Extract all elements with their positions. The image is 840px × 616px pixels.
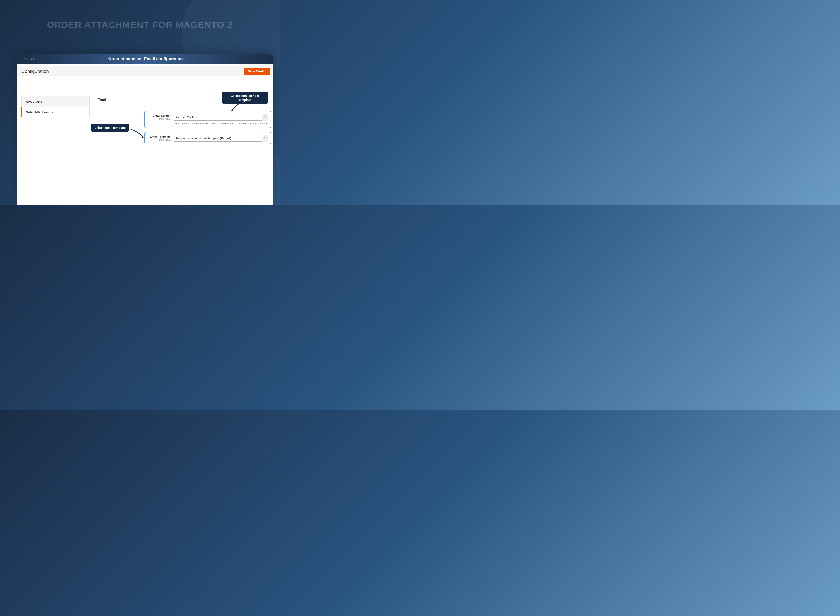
callout-sender: Select email sender template — [222, 92, 268, 104]
field-control-column: General Contact ▼ Email template is chos… — [174, 113, 268, 125]
sidebar-item-order-attachments[interactable]: Order Attachments — [21, 107, 90, 117]
callout-template: Select email template — [91, 123, 129, 132]
sidebar-section-label: MAGEANTS — [26, 100, 43, 103]
content-area: MAGEANTS ︿ Order Attachments Email Selec… — [18, 76, 273, 205]
titlebar-text: Order attachment Email configuration — [108, 56, 183, 61]
traffic-light-maximize[interactable] — [31, 57, 34, 60]
traffic-light-minimize[interactable] — [26, 57, 29, 60]
sidebar-section-mageants[interactable]: MAGEANTS ︿ — [21, 96, 90, 107]
browser-window: Order attachment Email configuration Con… — [18, 54, 273, 205]
email-sender-select[interactable]: General Contact ▼ — [174, 113, 268, 120]
chevron-down-icon: ▼ — [262, 135, 268, 142]
field-control-column: Mageants Custom Email Template (Default)… — [174, 135, 268, 142]
save-config-button[interactable]: Save Config — [244, 67, 270, 75]
field-scope: [store view] — [147, 117, 171, 120]
field-email-sender: Email Sender [store view] General Contac… — [144, 111, 271, 128]
chevron-down-icon: ▼ — [262, 113, 268, 120]
field-email-template: Email Template [store view] Mageants Cus… — [144, 132, 271, 144]
page-title: Configuration — [21, 69, 49, 74]
email-template-select[interactable]: Mageants Custom Email Template (Default)… — [174, 135, 268, 142]
browser-titlebar: Order attachment Email configuration — [18, 54, 273, 64]
field-label-column: Email Template [store view] — [147, 135, 174, 142]
sidebar: MAGEANTS ︿ Order Attachments — [21, 96, 90, 117]
section-heading-email: Email — [97, 98, 107, 102]
field-scope: [store view] — [147, 138, 171, 141]
traffic-lights — [22, 57, 34, 60]
field-label-column: Email Sender [store view] — [147, 113, 174, 125]
config-header: Configuration Save Config — [18, 64, 273, 76]
field-label: Email Template — [147, 135, 171, 138]
select-value: Mageants Custom Email Template (Default) — [176, 136, 231, 140]
chevron-up-icon: ︿ — [82, 99, 85, 104]
select-value: General Contact — [176, 116, 197, 119]
field-help-text: Email template is chosen based on theme … — [174, 122, 268, 125]
field-label: Email Sender — [147, 114, 171, 117]
hero-title: ORDER ATTACHMENT FOR MAGENTO 2 — [47, 20, 233, 30]
traffic-light-close[interactable] — [22, 57, 25, 60]
